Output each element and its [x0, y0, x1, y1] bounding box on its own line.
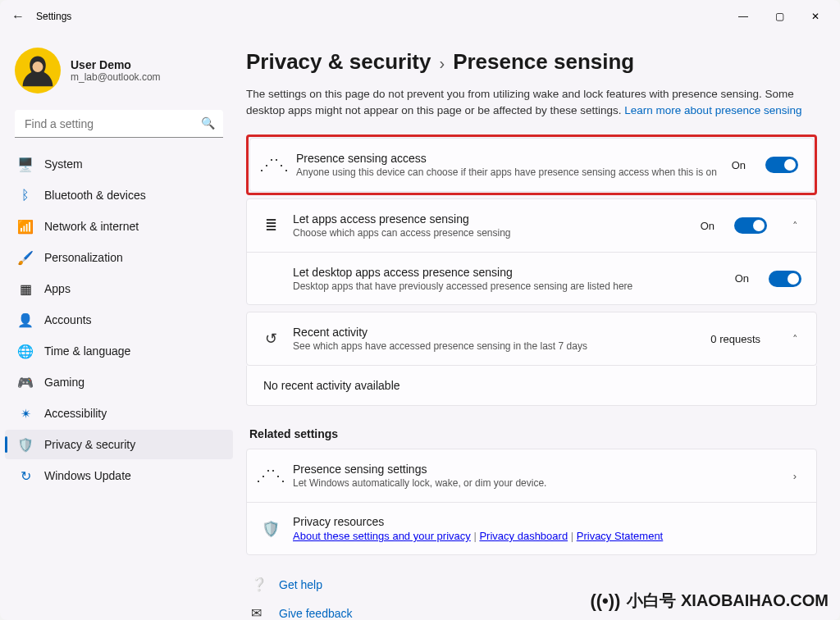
history-icon: ↺: [262, 330, 280, 348]
chevron-right-icon: ›: [439, 54, 445, 73]
blank-icon: [262, 270, 280, 288]
sidebar-item-bluetooth[interactable]: ᛒBluetooth & devices: [5, 180, 233, 210]
privacy-links: About these settings and your privacy | …: [293, 530, 801, 542]
window-title: Settings: [36, 11, 725, 22]
sidebar-item-system[interactable]: 🖥️System: [5, 149, 233, 179]
sidebar-item-label: Apps: [44, 282, 71, 295]
profile[interactable]: User Demo m_lab@outlook.com: [0, 41, 238, 107]
sidebar-item-accounts[interactable]: 👤Accounts: [5, 305, 233, 335]
row-title: Presence sensing settings: [293, 463, 767, 476]
sidebar-item-label: Bluetooth & devices: [44, 189, 146, 202]
row-presence-access: ⋰⋱ Presence sensing access Anyone using …: [250, 139, 813, 191]
bluetooth-icon: ᛒ: [18, 188, 33, 203]
row-title: Recent activity: [293, 326, 697, 339]
body: User Demo m_lab@outlook.com 🔍 🖥️System ᛒ…: [0, 33, 840, 620]
row-sub: Desktop apps that have previously access…: [293, 280, 722, 292]
sidebar-item-apps[interactable]: ▦Apps: [5, 274, 233, 303]
sidebar-item-gaming[interactable]: 🎮Gaming: [5, 367, 233, 397]
breadcrumb: Privacy & security › Presence sensing: [246, 49, 817, 75]
sidebar-item-label: Accounts: [44, 313, 92, 326]
intro-text: The settings on this page do not prevent…: [246, 86, 817, 118]
breadcrumb-parent[interactable]: Privacy & security: [246, 49, 431, 75]
globe-icon: 🌐: [18, 344, 33, 358]
row-title: Presence sensing access: [296, 152, 719, 165]
row-privacy-resources: 🛡️ Privacy resources About these setting…: [247, 502, 816, 554]
sidebar-item-privacy[interactable]: 🛡️Privacy & security: [5, 430, 233, 459]
presence-icon: ⋰⋱: [265, 156, 283, 174]
system-icon: 🖥️: [18, 157, 33, 171]
toggle-status: On: [701, 220, 714, 232]
toggle-status: On: [732, 159, 746, 171]
profile-text: User Demo m_lab@outlook.com: [71, 58, 161, 83]
svg-point-0: [33, 62, 43, 72]
row-sub: See which apps have accessed presence se…: [293, 340, 697, 352]
row-sub: Let Windows automatically lock, wake, or…: [293, 477, 767, 489]
sidebar-item-label: Accessibility: [44, 407, 107, 420]
shield-icon: 🛡️: [18, 437, 33, 452]
desktop-access-toggle[interactable]: [769, 271, 801, 287]
shield-icon: 🛡️: [262, 520, 280, 538]
minimize-button[interactable]: —: [725, 4, 761, 29]
row-title: Privacy resources: [293, 515, 801, 528]
related-heading: Related settings: [249, 427, 817, 440]
maximize-button[interactable]: ▢: [761, 4, 797, 29]
sidebar-item-update[interactable]: ↻Windows Update: [5, 461, 233, 490]
settings-window: ← Settings — ▢ ✕ User Demo m_lab@outlook…: [0, 0, 840, 620]
row-recent-activity[interactable]: ↺ Recent activity See which apps have ac…: [247, 312, 816, 365]
update-icon: ↻: [18, 468, 33, 483]
search-input[interactable]: [15, 110, 223, 138]
sidebar-item-time[interactable]: 🌐Time & language: [5, 336, 233, 366]
settings-card: ≣ Let apps access presence sensing Choos…: [246, 198, 817, 305]
window-controls: — ▢ ✕: [725, 4, 833, 29]
sidebar-item-label: Privacy & security: [44, 438, 135, 451]
sidebar: User Demo m_lab@outlook.com 🔍 🖥️System ᛒ…: [0, 33, 238, 620]
about-privacy-link[interactable]: About these settings and your privacy: [293, 530, 471, 542]
requests-count: 0 requests: [710, 333, 760, 345]
profile-email: m_lab@outlook.com: [71, 71, 161, 83]
presence-access-toggle[interactable]: [765, 157, 798, 173]
close-button[interactable]: ✕: [797, 4, 833, 29]
main-content: Privacy & security › Presence sensing Th…: [238, 33, 840, 620]
row-desktop-access: Let desktop apps access presence sensing…: [247, 252, 816, 304]
help-label: Get help: [279, 578, 322, 591]
sidebar-item-label: Time & language: [44, 344, 130, 358]
avatar: [15, 48, 61, 93]
accessibility-icon: ✴: [18, 406, 33, 421]
sidebar-item-label: System: [44, 157, 83, 171]
wifi-icon: 📶: [18, 219, 33, 234]
row-presence-settings[interactable]: ⋰⋱ Presence sensing settings Let Windows…: [247, 449, 816, 502]
person-icon: 👤: [18, 312, 33, 327]
toggle-status: On: [735, 272, 749, 285]
sidebar-item-personalization[interactable]: 🖌️Personalization: [5, 243, 233, 272]
watermark-text: 小白号 XIAOBAIHAO.COM: [627, 590, 829, 612]
recent-card: ↺ Recent activity See which apps have ac…: [246, 312, 817, 366]
chevron-right-icon: ›: [788, 470, 801, 482]
privacy-dashboard-link[interactable]: Privacy dashboard: [479, 530, 568, 542]
nav: 🖥️System ᛒBluetooth & devices 📶Network &…: [0, 149, 238, 490]
sidebar-item-label: Gaming: [44, 376, 84, 389]
brush-icon: 🖌️: [18, 250, 33, 265]
sidebar-item-network[interactable]: 📶Network & internet: [5, 212, 233, 241]
sidebar-item-label: Network & internet: [44, 220, 139, 233]
apps-access-toggle[interactable]: [734, 217, 767, 234]
gamepad-icon: 🎮: [18, 375, 33, 390]
row-title: Let apps access presence sensing: [293, 212, 687, 226]
watermark: ((•)) 小白号 XIAOBAIHAO.COM: [590, 590, 829, 612]
related-card: ⋰⋱ Presence sensing settings Let Windows…: [246, 449, 817, 555]
profile-name: User Demo: [71, 58, 161, 71]
help-icon: ❔: [251, 577, 266, 592]
search: 🔍: [15, 110, 223, 138]
back-button[interactable]: ←: [7, 5, 30, 28]
presence-icon: ⋰⋱: [262, 467, 280, 485]
row-sub: Anyone using this device can choose if t…: [296, 166, 719, 178]
sidebar-item-accessibility[interactable]: ✴Accessibility: [5, 399, 233, 428]
highlight-box: ⋰⋱ Presence sensing access Anyone using …: [246, 134, 817, 195]
privacy-statement-link[interactable]: Privacy Statement: [577, 530, 664, 542]
chevron-up-icon: ˄: [788, 220, 801, 232]
sidebar-item-label: Personalization: [44, 251, 123, 264]
titlebar: ← Settings — ▢ ✕: [0, 0, 840, 33]
row-title: Let desktop apps access presence sensing: [293, 266, 722, 279]
row-apps-access[interactable]: ≣ Let apps access presence sensing Choos…: [247, 199, 816, 252]
learn-more-link[interactable]: Learn more about presence sensing: [624, 104, 801, 116]
chevron-up-icon: ˄: [788, 333, 801, 345]
